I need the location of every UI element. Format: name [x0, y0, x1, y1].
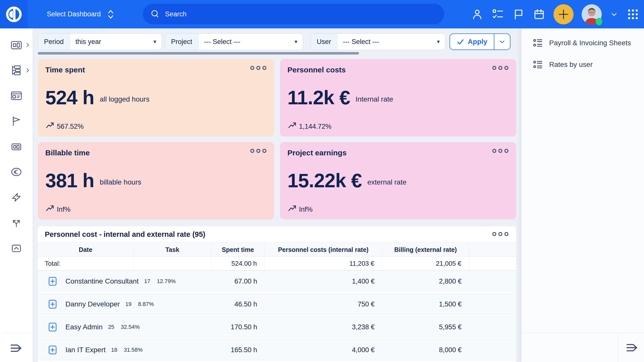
quick-link-label: Payroll & Invoicing Sheets	[549, 39, 631, 47]
sidebar-item-hierarchy[interactable]	[10, 64, 22, 76]
trend-up-icon	[288, 121, 297, 130]
table-header-row: Date Task Spent time Personnel costs (in…	[38, 242, 516, 257]
kpi-trend: Inf%	[288, 204, 509, 213]
kebab-menu-icon[interactable]	[491, 148, 510, 154]
column-header-internal-rate[interactable]: Personnel costs (internal rate)	[265, 243, 382, 257]
sidebar-item-automations[interactable]	[10, 191, 22, 203]
dashboard-panel-icon	[10, 39, 22, 51]
period-filter[interactable]: Period this year ▾	[38, 33, 162, 50]
expand-row-button[interactable]	[47, 322, 58, 332]
kebab-menu-icon[interactable]	[249, 148, 268, 154]
apps-grid-button[interactable]	[626, 8, 639, 21]
project-filter[interactable]: Project --- Select --- ▾	[165, 33, 303, 50]
user-icon-button[interactable]	[471, 8, 484, 21]
kpi-value: 524 h	[45, 88, 94, 107]
row-spent-time: 170.50 h	[211, 316, 265, 338]
filters-scrollbar[interactable]	[38, 52, 359, 55]
dashboard-selector[interactable]: Select Dashboard	[45, 9, 116, 20]
sidebar-item-dashboards[interactable]	[10, 39, 22, 51]
sort-chevrons-icon	[106, 9, 115, 20]
chevron-right-icon	[26, 68, 29, 73]
link-rates-by-user[interactable]: Rates by user	[533, 59, 644, 70]
column-header-task[interactable]: Task	[134, 243, 211, 257]
expand-arrow-icon	[9, 341, 25, 355]
sidebar-item-finance[interactable]	[10, 166, 22, 178]
kpi-card-time-spent: Time spent 524 h all logged hours	[38, 59, 274, 137]
kpi-card-billable-time: Billable time 381 h billable hours	[38, 142, 274, 219]
panel-expand-button[interactable]	[623, 341, 639, 354]
kpi-value: 15.22k €	[288, 171, 362, 190]
search-input[interactable]	[165, 10, 437, 18]
search-icon	[150, 9, 160, 19]
share-percent: 12.79%	[157, 278, 176, 285]
avatar-menu-chevron[interactable]	[610, 10, 618, 19]
apply-options-button[interactable]	[494, 34, 510, 50]
kpi-value: 381 h	[45, 171, 94, 190]
link-payroll-invoicing-sheets[interactable]: Payroll & Invoicing Sheets	[533, 37, 644, 49]
user-name[interactable]: Easy Admin	[65, 323, 103, 331]
split-arrows-icon	[10, 217, 22, 229]
apps-grid-icon	[626, 8, 639, 21]
flag-icon-button[interactable]	[512, 8, 525, 21]
personnel-cost-table: Personnel cost - internal and external r…	[38, 226, 516, 362]
sidebar-expand-button[interactable]	[8, 341, 23, 355]
apply-button[interactable]: Apply	[450, 34, 494, 50]
entry-count: 17	[144, 278, 150, 285]
expand-row-button[interactable]	[47, 299, 58, 309]
tasks-checklist-icon-button[interactable]	[492, 8, 504, 21]
chevron-down-icon	[498, 38, 506, 46]
column-header-date[interactable]: Date	[38, 243, 134, 257]
sidebar-item-milestones[interactable]	[10, 115, 22, 127]
kpi-caption: billable hours	[100, 175, 141, 186]
user-name[interactable]: Danny Developer	[65, 300, 120, 308]
entry-count: 19	[125, 301, 131, 307]
quick-add-button[interactable]	[553, 4, 574, 24]
browser-card-icon	[10, 90, 22, 102]
chevron-down-icon	[610, 10, 618, 19]
eject-box-icon	[10, 242, 22, 254]
calendar-icon	[533, 8, 545, 21]
calendar-icon-button[interactable]	[533, 8, 545, 21]
kpi-trend-value: 1,144.72%	[299, 123, 332, 130]
table-row: Constantine Consultant 17 12.79% 67.00 h…	[38, 270, 516, 292]
user-name[interactable]: Ian IT Expert	[65, 346, 106, 354]
main-content: Period this year ▾ Project --- Select --…	[33, 28, 521, 362]
kebab-menu-icon[interactable]	[249, 65, 268, 71]
kebab-menu-icon[interactable]	[491, 65, 510, 71]
user-icon	[471, 8, 484, 21]
kpi-trend: Inf%	[45, 204, 267, 213]
user-avatar[interactable]	[582, 4, 602, 24]
widgets-panel-icon	[10, 141, 22, 153]
row-internal: 4,000 €	[265, 339, 382, 360]
sidebar-item-widgets[interactable]	[10, 141, 22, 153]
expand-row-button[interactable]	[47, 276, 58, 287]
user-filter-value: --- Select ---	[343, 38, 379, 46]
kpi-trend: 567.52%	[45, 121, 267, 130]
share-percent: 32.54%	[121, 324, 140, 330]
sidebar-item-integrations[interactable]	[10, 217, 22, 229]
kpi-trend-value: Inf%	[299, 206, 313, 213]
search-bar[interactable]	[143, 4, 444, 24]
column-header-spent-time[interactable]: Spent time	[211, 243, 265, 257]
user-name[interactable]: Constantine Consultant	[65, 277, 139, 285]
app-logo[interactable]	[0, 0, 28, 28]
sidebar-footer	[0, 333, 33, 362]
right-panel: Payroll & Invoicing Sheets Rates by user	[521, 28, 644, 362]
project-filter-value: --- Select ---	[204, 38, 240, 46]
kebab-menu-icon[interactable]	[491, 231, 510, 238]
user-filter[interactable]: User --- Select --- ▾	[310, 33, 446, 50]
column-header-external-rate[interactable]: Billing (external rate)	[382, 243, 469, 257]
table-title-bar: Personnel cost - internal and external r…	[38, 226, 516, 242]
euro-circle-icon	[10, 166, 22, 178]
table-title: Personnel cost - internal and external r…	[45, 230, 205, 239]
sidebar-item-export[interactable]	[10, 242, 22, 254]
kpi-value: 11.2k €	[288, 88, 350, 107]
lightning-icon	[10, 191, 22, 203]
sidebar-item-browser-card[interactable]	[10, 90, 22, 102]
total-external: 21,005 €	[382, 257, 469, 270]
expand-row-button[interactable]	[47, 345, 58, 355]
apply-button-label: Apply	[468, 38, 487, 46]
share-percent: 31.58%	[124, 347, 143, 353]
kpi-title: Personnel costs	[288, 66, 509, 74]
online-status-dot	[596, 18, 602, 25]
